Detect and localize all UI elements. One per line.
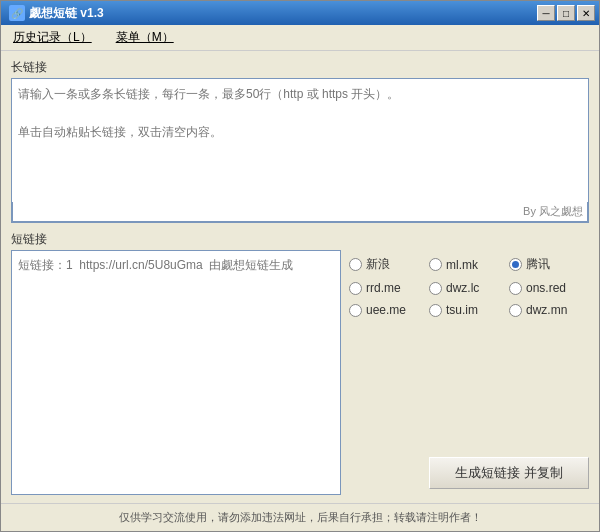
radio-tengxun[interactable]: 腾讯 [509,256,589,273]
menu-history[interactable]: 历史记录（L） [9,27,96,48]
long-url-section: 长链接 By 风之觑想 [11,59,589,223]
radio-ueeme-input[interactable] [349,304,362,317]
radio-dwzlc-label: dwz.lc [446,281,479,295]
options-panel: 新浪 ml.mk 腾讯 [349,250,589,495]
short-url-section: 短链接 新浪 ml.mk [11,231,589,495]
long-url-wrapper: By 风之觑想 [11,78,589,223]
radio-onsred-label: ons.red [526,281,566,295]
long-url-input[interactable] [12,79,588,199]
radio-tsuim-label: tsu.im [446,303,478,317]
radio-onsred-input[interactable] [509,282,522,295]
main-window: 🔗 觑想短链 v1.3 ─ □ ✕ 历史记录（L） 菜单（M） 长链接 By 风… [0,0,600,532]
main-content: 长链接 By 风之觑想 短链接 新浪 [1,51,599,503]
close-button[interactable]: ✕ [577,5,595,21]
radio-row-2: rrd.me dwz.lc ons.red [349,281,589,295]
window-title: 觑想短链 v1.3 [29,5,104,22]
menu-bar: 历史记录（L） 菜单（M） [1,25,599,51]
short-url-row: 新浪 ml.mk 腾讯 [11,250,589,495]
maximize-button[interactable]: □ [557,5,575,21]
title-bar-content: 🔗 觑想短链 v1.3 [9,5,104,22]
radio-row-3: uee.me tsu.im dwz.mn [349,303,589,317]
radio-onsred[interactable]: ons.red [509,281,589,295]
footer-text: 仅供学习交流使用，请勿添加违法网址，后果自行承担；转载请注明作者！ [119,511,482,523]
radio-tengxun-input[interactable] [509,258,522,271]
title-bar: 🔗 觑想短链 v1.3 ─ □ ✕ [1,1,599,25]
long-url-label: 长链接 [11,59,589,76]
title-buttons: ─ □ ✕ [537,5,595,21]
generate-button[interactable]: 生成短链接 并复制 [429,457,589,489]
radio-mlmk[interactable]: ml.mk [429,256,509,273]
radio-dwzlc-input[interactable] [429,282,442,295]
radio-row-1: 新浪 ml.mk 腾讯 [349,256,589,273]
radio-tsuim-input[interactable] [429,304,442,317]
radio-xinlang-input[interactable] [349,258,362,271]
radio-dwzmn-label: dwz.mn [526,303,567,317]
by-credit: By 风之觑想 [12,202,588,222]
radio-dwzmn-input[interactable] [509,304,522,317]
radio-rrdme[interactable]: rrd.me [349,281,429,295]
radio-mlmk-input[interactable] [429,258,442,271]
menu-main[interactable]: 菜单（M） [112,27,178,48]
radio-dwzmn[interactable]: dwz.mn [509,303,589,317]
radio-ueeme[interactable]: uee.me [349,303,429,317]
radio-rrdme-input[interactable] [349,282,362,295]
radio-xinlang-label: 新浪 [366,256,390,273]
radio-tsuim[interactable]: tsu.im [429,303,509,317]
footer: 仅供学习交流使用，请勿添加违法网址，后果自行承担；转载请注明作者！ [1,503,599,531]
radio-tengxun-label: 腾讯 [526,256,550,273]
radio-rrdme-label: rrd.me [366,281,401,295]
radio-xinlang[interactable]: 新浪 [349,256,429,273]
app-icon: 🔗 [9,5,25,21]
radio-mlmk-label: ml.mk [446,258,478,272]
spacer [349,325,589,449]
radio-dwzlc[interactable]: dwz.lc [429,281,509,295]
short-url-output[interactable] [11,250,341,495]
minimize-button[interactable]: ─ [537,5,555,21]
radio-ueeme-label: uee.me [366,303,406,317]
short-url-label: 短链接 [11,231,589,248]
